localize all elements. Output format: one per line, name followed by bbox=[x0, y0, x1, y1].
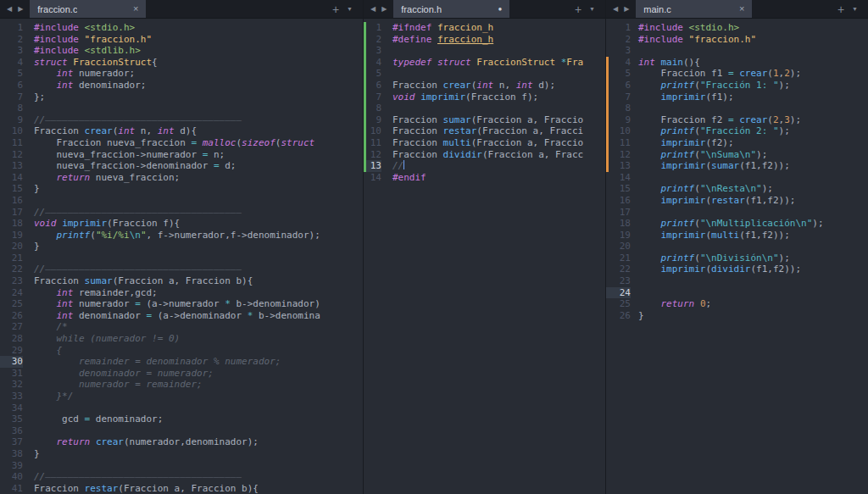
line-number[interactable]: 22 bbox=[3, 264, 23, 275]
line-number[interactable]: 7 bbox=[609, 92, 631, 103]
code-line[interactable]: int denominador; bbox=[23, 80, 146, 92]
line-number[interactable]: 1 bbox=[609, 22, 631, 34]
line-number[interactable]: 5 bbox=[3, 68, 23, 80]
code-line[interactable]: Fraccion sumar(Fraccion a, Fraccio bbox=[381, 114, 583, 126]
code-line[interactable]: printf("\nResta\n"); bbox=[631, 183, 773, 195]
line-number[interactable]: 36 bbox=[3, 425, 23, 437]
line-number[interactable]: 8 bbox=[3, 103, 23, 114]
pane-forward-icon[interactable]: ▶ bbox=[18, 5, 23, 13]
line-number[interactable]: 4 bbox=[609, 57, 631, 69]
code-line[interactable]: //——————————————————————————————————— bbox=[23, 264, 242, 275]
line-number[interactable]: 1 bbox=[366, 22, 381, 34]
line-number[interactable]: 7 bbox=[3, 92, 23, 103]
pane-back-icon[interactable]: ◀ bbox=[7, 5, 12, 13]
line-number[interactable]: 15 bbox=[3, 183, 23, 195]
line-number[interactable]: 12 bbox=[609, 149, 631, 161]
code-line[interactable] bbox=[381, 103, 392, 114]
line-number[interactable]: 2 bbox=[609, 34, 631, 46]
line-number[interactable]: 35 bbox=[3, 414, 23, 425]
code-line[interactable]: //——————————————————————————————————— bbox=[23, 207, 242, 219]
line-number[interactable]: 8 bbox=[366, 103, 381, 114]
code-line[interactable]: } bbox=[23, 448, 40, 460]
code-line[interactable]: int remainder,gcd; bbox=[23, 287, 158, 299]
line-number[interactable]: 23 bbox=[3, 275, 23, 287]
code-line[interactable] bbox=[23, 195, 34, 207]
code-line[interactable] bbox=[631, 103, 638, 114]
code-line[interactable]: Fraccion restar(Fraccion a, Fraccion b){ bbox=[23, 483, 259, 494]
code-line[interactable]: printf("\nSuma\n"); bbox=[631, 149, 767, 161]
code-line[interactable]: //——————————————————————————————————— bbox=[23, 114, 242, 126]
code-line[interactable]: Fraccion multi(Fraccion a, Fraccio bbox=[381, 137, 583, 149]
code-line[interactable]: printf("\nMultiplicación\n"); bbox=[631, 218, 824, 230]
line-number[interactable]: 30 bbox=[3, 356, 23, 368]
line-number[interactable]: 3 bbox=[366, 45, 381, 57]
line-number[interactable]: 6 bbox=[3, 80, 23, 92]
code-line[interactable] bbox=[631, 287, 638, 299]
line-number[interactable]: 10 bbox=[609, 125, 631, 137]
code-line[interactable]: Fraccion f1 = crear(1,2); bbox=[631, 68, 801, 80]
code-line[interactable]: Fraccion crear(int n, int d){ bbox=[23, 125, 197, 137]
code-line[interactable]: printf("Fracción 2: "); bbox=[631, 125, 790, 137]
line-number[interactable]: 33 bbox=[3, 391, 23, 402]
code-line[interactable]: Fraccion restar(Fraccion a, Fracci bbox=[381, 125, 583, 137]
line-number[interactable]: 32 bbox=[3, 379, 23, 391]
line-number[interactable]: 29 bbox=[3, 345, 23, 357]
line-number[interactable]: 8 bbox=[609, 103, 631, 114]
code-line[interactable]: imprimir(multi(f1,f2)); bbox=[631, 230, 790, 241]
code-line[interactable]: remainder = denominador % numerador; bbox=[23, 356, 281, 368]
code-line[interactable]: int main(){ bbox=[631, 57, 700, 69]
code-line[interactable]: }*/ bbox=[23, 391, 73, 402]
code-line[interactable]: while (numerador != 0) bbox=[23, 333, 180, 345]
code-line[interactable]: nueva_fraccion->denominador = d; bbox=[23, 160, 236, 172]
code-line[interactable]: denominador = numerador; bbox=[23, 368, 214, 380]
line-number[interactable]: 12 bbox=[366, 149, 381, 161]
code-line[interactable]: void imprimir(Fraccion f); bbox=[381, 92, 538, 103]
code-line[interactable] bbox=[23, 425, 34, 437]
line-number[interactable]: 5 bbox=[609, 68, 631, 80]
line-number[interactable]: 19 bbox=[3, 230, 23, 241]
code-editor[interactable]: 1#ifndef fraccion_h2#define fraccion_h34… bbox=[364, 19, 605, 494]
code-line[interactable]: int denominador = (a->denominador * b->d… bbox=[23, 310, 320, 322]
code-line[interactable]: typedef struct FraccionStruct *Fra bbox=[381, 57, 583, 69]
code-line[interactable] bbox=[23, 103, 34, 114]
code-line[interactable]: } bbox=[23, 183, 40, 195]
code-line[interactable]: Fraccion crear(int n, int d); bbox=[381, 80, 555, 92]
code-line[interactable] bbox=[631, 172, 638, 184]
line-number[interactable]: 39 bbox=[3, 460, 23, 472]
code-line[interactable]: #endif bbox=[381, 172, 426, 184]
pane-back-icon[interactable]: ◀ bbox=[370, 5, 376, 13]
code-line[interactable]: Fraccion f2 = crear(2,3); bbox=[631, 114, 801, 126]
code-line[interactable]: }; bbox=[23, 92, 45, 103]
code-line[interactable]: #include "fraccion.h" bbox=[23, 34, 152, 46]
code-line[interactable]: imprimir(sumar(f1,f2)); bbox=[631, 160, 790, 172]
minimap[interactable]: #ifndef fraccion_h#define fraccion_htype… bbox=[586, 22, 601, 53]
code-line[interactable]: #include "fraccion.h" bbox=[631, 34, 756, 46]
line-number[interactable]: 16 bbox=[609, 195, 631, 207]
line-number[interactable]: 13 bbox=[366, 160, 381, 172]
line-number[interactable]: 17 bbox=[3, 207, 23, 219]
code-line[interactable] bbox=[381, 68, 392, 80]
line-number[interactable]: 6 bbox=[609, 80, 631, 92]
code-line[interactable] bbox=[631, 45, 638, 57]
line-number[interactable]: 15 bbox=[609, 183, 631, 195]
code-line[interactable]: Fraccion nueva_fraccion = malloc(sizeof(… bbox=[23, 137, 320, 149]
code-line[interactable]: nueva_fraccion->numerador = n; bbox=[23, 149, 225, 161]
code-line[interactable]: imprimir(dividir(f1,f2)); bbox=[631, 264, 801, 275]
line-number[interactable]: 11 bbox=[366, 137, 381, 149]
code-line[interactable]: int numerador; bbox=[23, 68, 135, 80]
tab-overflow-icon[interactable]: ▼ bbox=[589, 6, 595, 12]
tab-overflow-icon[interactable]: ▼ bbox=[347, 6, 353, 12]
code-line[interactable] bbox=[23, 253, 34, 264]
line-number[interactable]: 16 bbox=[3, 195, 23, 207]
line-number[interactable]: 27 bbox=[3, 321, 23, 333]
tab-fraccion-c[interactable]: fraccion.c × bbox=[30, 0, 146, 18]
line-number[interactable]: 20 bbox=[609, 241, 631, 253]
line-number[interactable]: 24 bbox=[3, 287, 23, 299]
line-number[interactable]: 10 bbox=[366, 125, 381, 137]
tab-close-icon[interactable]: × bbox=[739, 4, 744, 14]
code-line[interactable]: return nueva_fraccion; bbox=[23, 172, 180, 184]
line-number[interactable]: 9 bbox=[366, 114, 381, 126]
line-number[interactable]: 2 bbox=[366, 34, 381, 46]
line-number[interactable]: 4 bbox=[3, 57, 23, 69]
code-line[interactable] bbox=[631, 207, 638, 219]
